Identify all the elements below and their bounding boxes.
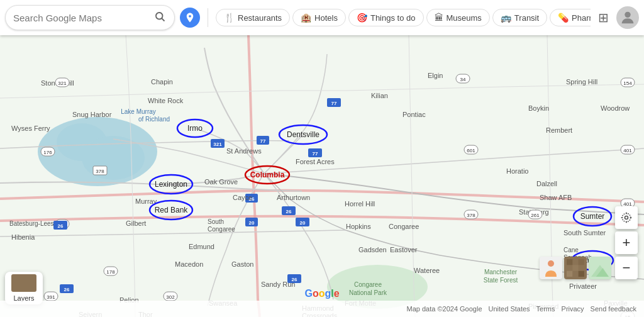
svg-text:Hibenia: Hibenia (11, 233, 35, 241)
pill-icon-pharmacies: 💊 (558, 13, 569, 23)
map-bottom-icons (540, 257, 611, 279)
svg-text:261: 261 (531, 213, 540, 218)
map-controls: + − (615, 206, 638, 279)
svg-text:77: 77 (313, 151, 318, 157)
footer-bar: Map data ©2024 Google United States Term… (0, 301, 644, 317)
svg-text:401: 401 (623, 148, 632, 153)
apps-button[interactable]: ⊞ (596, 8, 611, 28)
svg-text:Eastover: Eastover (390, 246, 418, 253)
streetview-button[interactable] (540, 257, 562, 279)
svg-text:Shaw AFB: Shaw AFB (540, 194, 572, 201)
svg-text:Boykin: Boykin (528, 104, 549, 112)
svg-text:Wyses Ferry: Wyses Ferry (11, 125, 50, 132)
svg-text:Hopkins: Hopkins (346, 223, 371, 230)
google-logo: Google (304, 288, 339, 299)
svg-text:378: 378 (96, 169, 104, 174)
svg-line-1 (162, 18, 164, 21)
pill-icon-restaurants: 🍴 (224, 13, 235, 23)
svg-text:26: 26 (64, 287, 70, 292)
svg-text:Gadsden: Gadsden (358, 246, 387, 253)
svg-text:Horatio: Horatio (506, 167, 528, 175)
svg-text:Rembert: Rembert (546, 126, 572, 134)
svg-text:State Forest: State Forest (484, 277, 518, 284)
svg-text:Oak Grove: Oak Grove (204, 178, 238, 186)
svg-text:Lexington: Lexington (155, 180, 187, 189)
search-input[interactable] (13, 13, 153, 23)
search-button[interactable] (153, 9, 167, 26)
layers-thumbnail (11, 274, 36, 292)
zoom-out-button[interactable]: − (615, 257, 638, 279)
svg-text:Gaston: Gaston (231, 260, 253, 268)
svg-point-136 (548, 260, 554, 267)
svg-point-2 (625, 12, 630, 18)
svg-text:20: 20 (300, 220, 306, 226)
satellite-view-button[interactable] (564, 257, 587, 279)
svg-text:Cayce: Cayce (233, 194, 252, 201)
my-location-button[interactable] (615, 206, 638, 229)
nav-pills: 🍴Restaurants🏨Hotels🎯Things to do🏛Museums… (216, 9, 591, 26)
nav-pill-transit[interactable]: 🚌Transit (492, 9, 547, 26)
pill-label-hotels: Hotels (314, 13, 338, 23)
pill-icon-things-to-do: 🎯 (357, 13, 367, 23)
svg-text:Kilian: Kilian (371, 92, 388, 99)
svg-text:176: 176 (43, 150, 52, 155)
svg-text:Forest Acres: Forest Acres (296, 158, 335, 165)
svg-text:St Andrews: St Andrews (226, 147, 262, 155)
map-container[interactable]: 26 20 77 378 Stoney Hill Chapin Snug Har… (0, 35, 644, 317)
svg-text:34: 34 (460, 77, 466, 82)
svg-text:26: 26 (286, 209, 292, 214)
layers-button[interactable]: Layers (5, 272, 43, 304)
zoom-in-button[interactable]: + (615, 231, 638, 254)
terrain-view-button[interactable] (589, 257, 611, 279)
terms-link[interactable]: Terms (536, 305, 555, 313)
svg-text:Red Bank: Red Bank (155, 206, 189, 214)
privacy-link[interactable]: Privacy (562, 305, 584, 313)
pill-icon-transit: 🚌 (501, 13, 511, 23)
svg-rect-138 (567, 259, 572, 265)
svg-text:Irmo: Irmo (187, 124, 203, 133)
svg-text:Columbia: Columbia (250, 170, 285, 179)
nav-pill-restaurants[interactable]: 🍴Restaurants (216, 9, 290, 26)
svg-text:Dentsville: Dentsville (287, 130, 319, 139)
pill-label-things-to-do: Things to do (370, 13, 416, 23)
svg-text:Woodrow: Woodrow (601, 104, 630, 112)
svg-text:391: 391 (47, 294, 55, 300)
svg-text:321: 321 (213, 142, 222, 147)
avatar[interactable] (616, 6, 639, 29)
svg-point-0 (156, 13, 163, 19)
nav-pill-hotels[interactable]: 🏨Hotels (292, 9, 346, 26)
svg-text:Chapin: Chapin (151, 78, 173, 86)
svg-rect-140 (579, 259, 584, 265)
search-box (5, 5, 175, 30)
svg-text:National Park: National Park (349, 289, 387, 296)
svg-rect-139 (572, 265, 578, 270)
svg-text:Horrel Hill: Horrel Hill (345, 200, 375, 208)
svg-text:Arthurtown: Arthurtown (277, 194, 310, 201)
svg-text:154: 154 (623, 81, 632, 86)
svg-text:Elgin: Elgin (428, 72, 443, 79)
svg-text:Sumter: Sumter (580, 212, 605, 221)
nav-pill-museums[interactable]: 🏛Museums (426, 9, 490, 26)
maps-logo-button[interactable] (180, 8, 200, 28)
svg-text:77: 77 (260, 138, 266, 144)
svg-text:26: 26 (58, 223, 64, 229)
pill-label-museums: Museums (447, 13, 482, 23)
svg-text:Lake Murray: Lake Murray (121, 108, 156, 115)
svg-text:Wateree: Wateree (414, 267, 440, 274)
svg-text:Privateer: Privateer (569, 282, 597, 290)
svg-text:Cane: Cane (564, 247, 579, 253)
country-text: United States (489, 305, 530, 313)
nav-pill-pharmacies[interactable]: 💊Pharmacies (550, 9, 591, 26)
svg-text:Dalzell: Dalzell (536, 180, 557, 187)
svg-rect-142 (579, 271, 584, 277)
send-feedback-link[interactable]: Send feedback (591, 305, 636, 313)
svg-text:South Sumter: South Sumter (564, 229, 606, 236)
svg-text:Congaree: Congaree (354, 281, 382, 288)
svg-point-134 (625, 216, 628, 220)
zoom-out-label: − (623, 261, 631, 275)
svg-text:White Rock: White Rock (148, 97, 184, 104)
svg-text:Congaree: Congaree (389, 223, 419, 230)
nav-pill-things-to-do[interactable]: 🎯Things to do (348, 9, 424, 26)
pill-icon-hotels: 🏨 (301, 13, 311, 23)
svg-text:Pontiac: Pontiac (402, 111, 426, 118)
